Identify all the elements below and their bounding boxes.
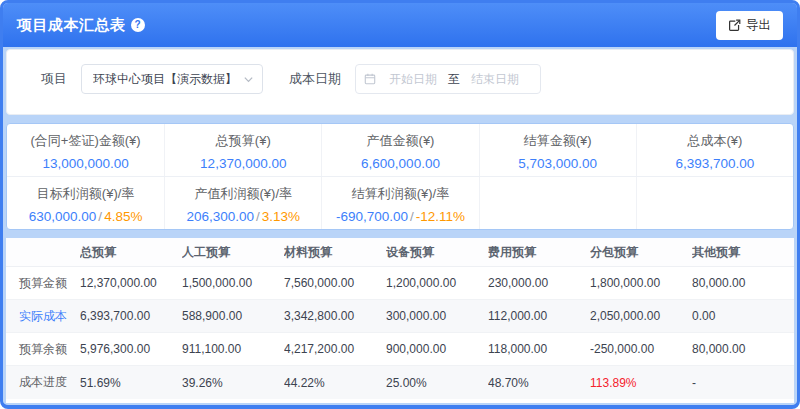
summary-panel: (合同+签证)金额(¥) 13,000,000.00 总预算(¥) 12,370…	[6, 123, 794, 230]
cell: 5,976,300.00	[80, 342, 182, 356]
cell: 300,000.00	[386, 309, 488, 323]
chevron-down-icon	[243, 74, 254, 85]
help-icon[interactable]: ?	[131, 18, 145, 32]
cell: 44.22%	[284, 376, 386, 390]
date-range-separator: 至	[444, 71, 464, 88]
column-header-material-budget: 材料预算	[284, 244, 386, 261]
export-icon	[728, 19, 741, 32]
column-header-expense-budget: 费用预算	[488, 244, 590, 261]
end-date-input[interactable]	[464, 72, 526, 86]
cell-overrun-percentage: 113.89%	[590, 376, 692, 390]
table-row-budget-amount: 预算金额 12,370,000.00 1,500,000.00 7,560,00…	[6, 267, 794, 300]
row-label: 预算金额	[6, 275, 80, 292]
cell: 112,000.00	[488, 309, 590, 323]
export-button-label: 导出	[746, 17, 771, 34]
filter-panel: 项目 环球中心项目【演示数据】 成本日期 至	[6, 49, 794, 115]
project-select-value: 环球中心项目【演示数据】	[93, 71, 243, 88]
cell: 911,100.00	[182, 342, 284, 356]
cell: 118,000.00	[488, 342, 590, 356]
cell: 900,000.00	[386, 342, 488, 356]
calendar-icon	[364, 73, 376, 85]
cell: 48.70%	[488, 376, 590, 390]
date-range-picker[interactable]: 至	[355, 64, 541, 94]
stat-settlement-amount: 结算金额(¥) 5,703,000.00	[479, 124, 636, 176]
cell: 51.69%	[80, 376, 182, 390]
cell: 2,050,000.00	[590, 309, 692, 323]
column-header-labor-budget: 人工预算	[182, 244, 284, 261]
budget-table: 总预算 人工预算 材料预算 设备预算 费用预算 分包预算 其他预算 预算金额 1…	[6, 238, 794, 403]
cell: 7,560,000.00	[284, 276, 386, 290]
cell: 1,500,000.00	[182, 276, 284, 290]
start-date-input[interactable]	[382, 72, 444, 86]
cell: -250,000.00	[590, 342, 692, 356]
table-row-budget-balance: 预算余额 5,976,300.00 911,100.00 4,217,200.0…	[6, 333, 794, 366]
stat-output-amount: 产值金额(¥) 6,600,000.00	[321, 124, 478, 176]
column-header-total-budget: 总预算	[80, 244, 182, 261]
table-row-cost-progress: 成本进度 51.69% 39.26% 44.22% 25.00% 48.70% …	[6, 366, 794, 399]
column-header-equipment-budget: 设备预算	[386, 244, 488, 261]
cell: 230,000.00	[488, 276, 590, 290]
cell: 0.00	[692, 309, 794, 323]
stat-empty-cell	[479, 177, 636, 229]
stat-settlement-profit: 结算利润额(¥)/率 -690,700.00/-12.11%	[321, 177, 478, 229]
table-header-row: 总预算 人工预算 材料预算 设备预算 费用预算 分包预算 其他预算	[6, 238, 794, 267]
cell: 12,370,000.00	[80, 276, 182, 290]
cost-date-filter-label: 成本日期	[289, 70, 341, 88]
row-label: 成本进度	[6, 374, 80, 391]
cell: -	[692, 376, 794, 390]
stat-total-cost: 总成本(¥) 6,393,700.00	[636, 124, 793, 176]
page-header: 项目成本汇总表 ? 导出	[3, 3, 797, 47]
cell: 25.00%	[386, 376, 488, 390]
stat-total-budget: 总预算(¥) 12,370,000.00	[164, 124, 321, 176]
stat-target-profit: 目标利润额(¥)/率 630,000.00/4.85%	[7, 177, 164, 229]
cell: 588,900.00	[182, 309, 284, 323]
cell: 1,800,000.00	[590, 276, 692, 290]
project-filter-label: 项目	[41, 70, 67, 88]
row-label: 预算余额	[6, 341, 80, 358]
summary-row-amounts: (合同+签证)金额(¥) 13,000,000.00 总预算(¥) 12,370…	[7, 124, 793, 176]
column-header-other-budget: 其他预算	[692, 244, 794, 261]
cell: 3,342,800.00	[284, 309, 386, 323]
cell: 4,217,200.00	[284, 342, 386, 356]
stat-contract-amount: (合同+签证)金额(¥) 13,000,000.00	[7, 124, 164, 176]
cell: 80,000.00	[692, 276, 794, 290]
page-title: 项目成本汇总表	[17, 16, 126, 35]
cell: 1,200,000.00	[386, 276, 488, 290]
actual-cost-link[interactable]: 实际成本	[6, 308, 80, 325]
summary-row-profits: 目标利润额(¥)/率 630,000.00/4.85% 产值利润额(¥)/率 2…	[7, 176, 793, 229]
export-button[interactable]: 导出	[716, 11, 783, 40]
cell: 80,000.00	[692, 342, 794, 356]
app-window: 项目成本汇总表 ? 导出 项目 环球中心项目【演示数据】	[0, 0, 800, 409]
cell: 39.26%	[182, 376, 284, 390]
project-select[interactable]: 环球中心项目【演示数据】	[81, 64, 263, 94]
column-header-subcontract-budget: 分包预算	[590, 244, 692, 261]
stat-output-profit: 产值利润额(¥)/率 206,300.00/3.13%	[164, 177, 321, 229]
cell: 6,393,700.00	[80, 309, 182, 323]
table-row-actual-cost: 实际成本 6,393,700.00 588,900.00 3,342,800.0…	[6, 300, 794, 333]
stat-empty-cell	[636, 177, 793, 229]
